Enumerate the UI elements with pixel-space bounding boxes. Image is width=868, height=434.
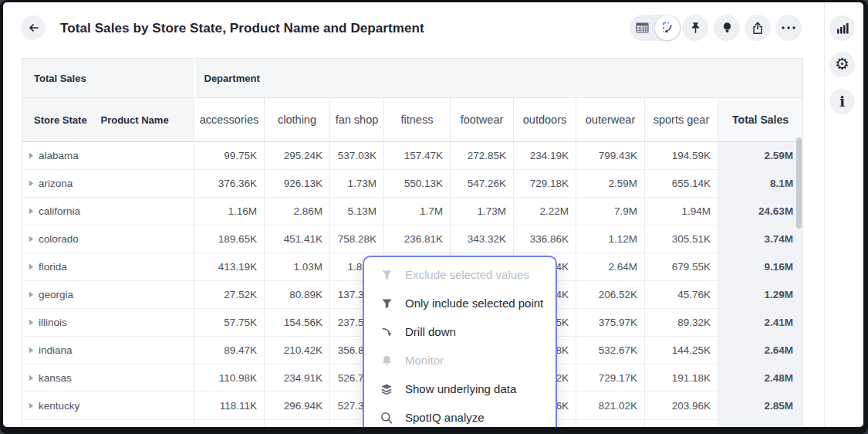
value-cell[interactable]: 210.42K bbox=[265, 337, 330, 364]
value-cell[interactable]: 118.11K bbox=[194, 392, 265, 420]
state-cell[interactable]: kentucky bbox=[22, 392, 194, 420]
expand-caret-icon[interactable] bbox=[29, 180, 34, 187]
value-cell[interactable]: 537.03K bbox=[330, 142, 384, 170]
value-cell[interactable]: 1.73M bbox=[330, 170, 384, 198]
total-cell[interactable]: 2.85M bbox=[718, 392, 803, 420]
total-cell[interactable]: 3.74M bbox=[718, 225, 803, 253]
pin-button[interactable] bbox=[682, 15, 708, 41]
expand-caret-icon[interactable] bbox=[29, 152, 34, 159]
menu-item-only-include-selected-point[interactable]: Only include selected point bbox=[364, 289, 556, 317]
total-cell[interactable]: 2.64M bbox=[718, 337, 803, 364]
value-cell[interactable]: 157.47K bbox=[384, 142, 451, 170]
view-toggle[interactable] bbox=[630, 15, 681, 41]
state-cell[interactable]: indiana bbox=[22, 337, 194, 364]
value-cell[interactable]: 45.76K bbox=[645, 281, 718, 309]
value-cell[interactable]: 175.46K bbox=[645, 420, 718, 428]
value-cell[interactable]: 1.12M bbox=[576, 225, 645, 253]
value-cell[interactable]: 2.86M bbox=[265, 198, 330, 225]
share-button[interactable] bbox=[745, 15, 771, 41]
value-cell[interactable]: 92.02K bbox=[194, 420, 265, 428]
gear-button[interactable]: ⚙ bbox=[829, 52, 855, 77]
value-cell[interactable]: 203.96K bbox=[645, 392, 718, 420]
value-cell[interactable]: 5.13M bbox=[330, 198, 384, 225]
value-cell[interactable]: 2.22M bbox=[514, 198, 576, 225]
total-cell[interactable]: 8.1M bbox=[718, 170, 803, 198]
state-cell[interactable]: georgia bbox=[22, 281, 194, 309]
value-cell[interactable]: 234.91K bbox=[265, 364, 330, 392]
total-cell[interactable]: 9.16M bbox=[718, 253, 803, 281]
table-scrollbar-thumb[interactable] bbox=[796, 137, 802, 229]
state-cell[interactable]: louisiana bbox=[22, 420, 194, 428]
value-cell[interactable]: 631.09K bbox=[576, 420, 645, 428]
value-cell[interactable]: 189.65K bbox=[194, 225, 265, 253]
column-header-fitness[interactable]: fitness bbox=[384, 98, 451, 142]
value-cell[interactable]: 550.13K bbox=[384, 170, 451, 198]
value-cell[interactable]: 343.32K bbox=[451, 225, 514, 253]
value-cell[interactable]: 144.25K bbox=[645, 337, 718, 364]
total-cell[interactable]: 2.11M bbox=[718, 420, 803, 428]
more-button[interactable] bbox=[775, 15, 802, 41]
value-cell[interactable]: 821.02K bbox=[576, 392, 645, 420]
value-cell[interactable]: 234.19K bbox=[514, 142, 576, 170]
value-cell[interactable]: 926.13K bbox=[265, 170, 330, 198]
total-cell[interactable]: 2.48M bbox=[718, 364, 803, 392]
value-cell[interactable]: 7.9M bbox=[576, 198, 645, 225]
column-header-sports-gear[interactable]: sports gear bbox=[645, 98, 718, 142]
state-cell[interactable]: alabama bbox=[22, 142, 194, 170]
total-cell[interactable]: 2.59M bbox=[718, 142, 803, 170]
column-header-fan-shop[interactable]: fan shop bbox=[330, 98, 384, 142]
value-cell[interactable]: 295.24K bbox=[265, 142, 330, 170]
menu-item-drill-down[interactable]: Drill down bbox=[364, 317, 556, 346]
value-cell[interactable]: 532.67K bbox=[576, 337, 645, 364]
expand-caret-icon[interactable] bbox=[29, 263, 34, 270]
column-header-outerwear[interactable]: outerwear bbox=[576, 98, 645, 142]
column-header-accessories[interactable]: accessories bbox=[194, 98, 265, 142]
expand-caret-icon[interactable] bbox=[29, 319, 34, 326]
total-cell[interactable]: 1.29M bbox=[718, 281, 803, 309]
column-header-footwear[interactable]: footwear bbox=[451, 98, 514, 142]
expand-caret-icon[interactable] bbox=[29, 291, 34, 298]
menu-item-spotiq-analyze[interactable]: SpotIQ analyze bbox=[364, 403, 556, 427]
expand-caret-icon[interactable] bbox=[29, 208, 34, 215]
value-cell[interactable]: 413.19K bbox=[194, 253, 265, 281]
value-cell[interactable]: 2.64M bbox=[576, 253, 645, 281]
chart-columns-button[interactable] bbox=[829, 15, 855, 41]
value-cell[interactable]: 336.86K bbox=[514, 225, 576, 253]
value-cell[interactable]: 758.28K bbox=[330, 225, 384, 253]
expand-caret-icon[interactable] bbox=[29, 236, 34, 242]
value-cell[interactable]: 110.98K bbox=[194, 364, 265, 392]
value-cell[interactable]: 296.94K bbox=[265, 392, 330, 420]
value-cell[interactable]: 2.59M bbox=[576, 170, 645, 198]
info-button[interactable]: i bbox=[829, 89, 855, 114]
back-button[interactable] bbox=[21, 15, 46, 40]
value-cell[interactable]: 1.16M bbox=[194, 198, 265, 225]
value-cell[interactable]: 376.36K bbox=[194, 170, 265, 198]
state-cell[interactable]: kansas bbox=[22, 364, 194, 392]
value-cell[interactable]: 191.18K bbox=[645, 364, 718, 392]
state-cell[interactable]: florida bbox=[22, 253, 194, 281]
expand-caret-icon[interactable] bbox=[29, 375, 34, 381]
chart-view-toggle[interactable] bbox=[655, 15, 680, 40]
value-cell[interactable]: 206.52K bbox=[576, 281, 645, 309]
value-cell[interactable]: 272.85K bbox=[451, 142, 514, 170]
total-cell[interactable]: 24.63M bbox=[718, 198, 803, 225]
table-view-toggle[interactable] bbox=[630, 15, 655, 41]
value-cell[interactable]: 451.41K bbox=[265, 225, 330, 253]
value-cell[interactable]: 1.7M bbox=[384, 198, 451, 225]
value-cell[interactable]: 236.81K bbox=[384, 225, 451, 253]
state-cell[interactable]: arizona bbox=[22, 170, 194, 198]
value-cell[interactable]: 89.32K bbox=[645, 309, 718, 337]
state-cell[interactable]: california bbox=[22, 198, 194, 225]
total-cell[interactable]: 2.41M bbox=[718, 309, 803, 337]
menu-item-show-underlying-data[interactable]: Show underlying data bbox=[364, 375, 556, 403]
value-cell[interactable]: 679.55K bbox=[645, 253, 718, 281]
value-cell[interactable]: 729.17K bbox=[576, 364, 645, 392]
column-header-total-sales[interactable]: Total Sales bbox=[718, 98, 803, 142]
value-cell[interactable]: 99.75K bbox=[194, 142, 265, 170]
state-cell[interactable]: colorado bbox=[22, 225, 194, 253]
value-cell[interactable]: 203.02K bbox=[265, 420, 330, 428]
expand-caret-icon[interactable] bbox=[29, 402, 34, 409]
value-cell[interactable]: 799.43K bbox=[576, 142, 645, 170]
value-cell[interactable]: 194.59K bbox=[645, 142, 718, 170]
state-cell[interactable]: illinois bbox=[22, 309, 194, 337]
